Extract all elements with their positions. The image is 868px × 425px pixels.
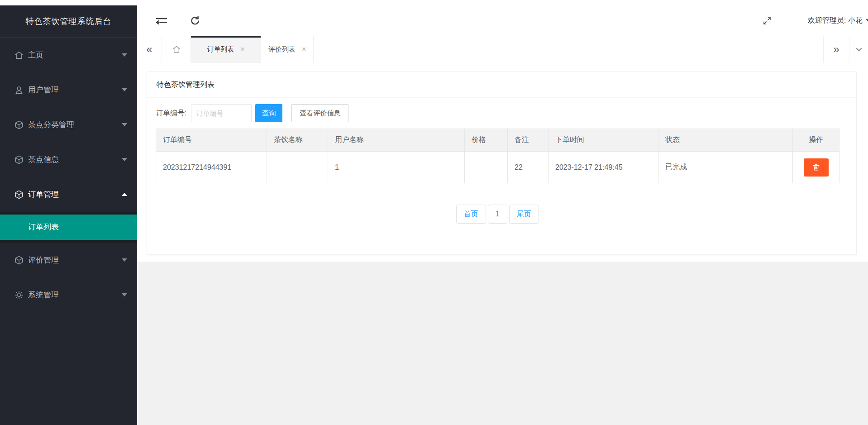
pagination-page-1-button[interactable]: 1: [488, 205, 507, 224]
column-header-order-no: 订单编号: [156, 129, 267, 152]
pagination-last-button[interactable]: 尾页: [509, 205, 539, 224]
cell-action: [793, 152, 839, 183]
sidebar-item-tea-category[interactable]: 茶点分类管理: [0, 107, 137, 142]
sidebar-item-tea-info[interactable]: 茶点信息: [0, 142, 137, 177]
order-list-panel: 特色茶饮管理列表 订单编号: 查询 查看评价信息 订单编号 茶饮名称 用户名: [147, 72, 857, 255]
cell-price: [465, 152, 508, 183]
sidebar-item-label: 茶点分类管理: [28, 119, 74, 130]
cell-order-no: 20231217214944391: [156, 152, 267, 183]
sidebar-item-label: 用户管理: [28, 85, 59, 95]
home-icon: [172, 45, 181, 54]
home-icon: [14, 50, 24, 60]
view-reviews-button[interactable]: 查看评价信息: [291, 104, 348, 122]
chevron-down-icon: [855, 45, 863, 53]
chevron-up-icon: [122, 193, 127, 196]
column-header-action: 操作: [793, 129, 839, 152]
delete-button[interactable]: [804, 158, 829, 177]
tab-bar: « 订单列表 × 评价列表 × »: [137, 36, 868, 63]
close-icon[interactable]: ×: [240, 46, 244, 53]
chevron-down-icon: [122, 293, 127, 296]
column-header-remark: 备注: [508, 129, 548, 152]
tabs-scroll-left-button[interactable]: «: [137, 36, 162, 63]
panel-title: 特色茶饮管理列表: [157, 81, 215, 88]
user-icon: [14, 85, 24, 95]
sidebar-subitem-label: 订单列表: [28, 223, 59, 231]
welcome-text: 欢迎管理员: 小花: [808, 16, 863, 25]
table-header-row: 订单编号 茶饮名称 用户名称 价格 备注 下单时间 状态 操作: [156, 129, 839, 152]
tab-label: 订单列表: [207, 45, 234, 54]
fullscreen-icon[interactable]: [762, 16, 772, 26]
sidebar-item-home[interactable]: 主页: [0, 38, 137, 72]
app-title: 特色茶饮管理系统后台: [0, 5, 137, 38]
column-header-tea-name: 茶饮名称: [267, 129, 328, 152]
close-icon[interactable]: ×: [302, 46, 306, 53]
content-area: 特色茶饮管理列表 订单编号: 查询 查看评价信息 订单编号 茶饮名称 用户名: [137, 63, 868, 425]
orders-submenu: 订单列表: [0, 212, 137, 243]
tab-home[interactable]: [162, 36, 191, 63]
sidebar-item-reviews[interactable]: 评价管理: [0, 243, 137, 277]
tab-order-list[interactable]: 订单列表 ×: [191, 36, 261, 63]
cube-icon: [14, 255, 24, 265]
column-header-status: 状态: [658, 129, 793, 152]
double-chevron-left-icon: «: [146, 43, 152, 56]
content-background: [137, 262, 868, 425]
column-header-price: 价格: [465, 129, 508, 152]
order-no-input[interactable]: [191, 104, 252, 122]
top-header: 欢迎管理员: 小花: [137, 5, 868, 36]
double-chevron-right-icon: »: [833, 43, 839, 56]
chevron-down-icon: [122, 123, 127, 126]
chevron-down-icon: [122, 158, 127, 161]
chevron-down-icon: [866, 19, 868, 22]
chevron-down-icon: [122, 88, 127, 91]
sidebar-item-system[interactable]: 系统管理: [0, 277, 137, 312]
cube-icon: [14, 190, 24, 200]
order-no-label: 订单编号:: [156, 109, 186, 118]
cube-icon: [14, 120, 24, 130]
panel-header: 特色茶饮管理列表: [147, 72, 856, 98]
search-form: 订单编号: 查询 查看评价信息: [156, 104, 856, 123]
cell-order-time: 2023-12-17 21:49:45: [548, 152, 658, 183]
pagination-first-button[interactable]: 首页: [456, 205, 486, 224]
chevron-down-icon: [122, 258, 127, 262]
column-header-user-name: 用户名称: [328, 129, 465, 152]
query-button[interactable]: 查询: [255, 104, 282, 122]
cube-icon: [14, 155, 24, 165]
sidebar-subitem-order-list[interactable]: 订单列表: [0, 215, 137, 240]
column-header-order-time: 下单时间: [548, 129, 658, 152]
sidebar-item-orders[interactable]: 订单管理: [0, 177, 137, 212]
sidebar: 特色茶饮管理系统后台 主页 用户管理 茶点分类管理 茶点信息 订单管理: [0, 5, 137, 425]
cell-remark: 22: [508, 152, 548, 183]
sidebar-item-users[interactable]: 用户管理: [0, 72, 137, 107]
sidebar-item-label: 茶点信息: [28, 154, 59, 165]
collapse-sidebar-icon[interactable]: [155, 15, 168, 26]
tab-review-list[interactable]: 评价列表 ×: [261, 36, 314, 63]
cell-tea-name: [267, 152, 328, 183]
sidebar-item-label: 主页: [28, 50, 43, 60]
tabs-menu-button[interactable]: [849, 36, 868, 63]
panel-body: 订单编号: 查询 查看评价信息 订单编号 茶饮名称 用户名称 价格 备注: [147, 98, 856, 224]
tabs-scroll-right-button[interactable]: »: [823, 36, 849, 63]
gear-icon: [14, 290, 24, 300]
refresh-icon[interactable]: [189, 15, 201, 27]
sidebar-item-label: 评价管理: [28, 255, 59, 265]
sidebar-item-label: 订单管理: [28, 189, 59, 200]
tab-label: 评价列表: [268, 45, 296, 54]
status-badge: 已完成: [658, 152, 793, 183]
admin-account-menu[interactable]: 欢迎管理员: 小花: [808, 5, 868, 36]
orders-table: 订单编号 茶饮名称 用户名称 价格 备注 下单时间 状态 操作 20231217…: [156, 129, 839, 183]
trash-icon: [812, 163, 820, 172]
pagination: 首页 1 尾页: [156, 205, 839, 224]
tabbar-spacer: [314, 36, 823, 63]
chevron-down-icon: [122, 53, 127, 57]
cell-user-name: 1: [328, 152, 465, 183]
sidebar-item-label: 系统管理: [28, 290, 59, 300]
table-row: 20231217214944391 1 22 2023-12-17 21:49:…: [156, 152, 839, 183]
